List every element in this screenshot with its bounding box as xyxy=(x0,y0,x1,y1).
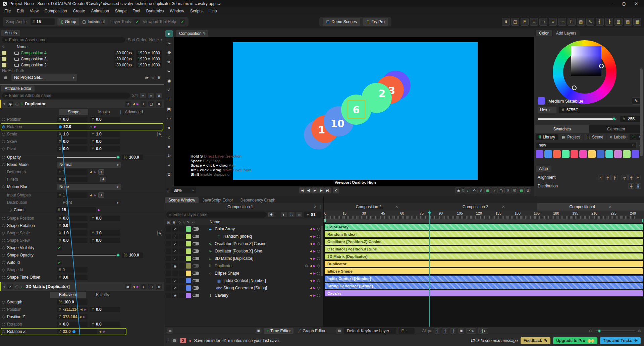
frame-icon[interactable]: F xyxy=(521,18,529,26)
menu-item[interactable]: Tool xyxy=(130,8,143,14)
zoom-in-icon[interactable]: ⊕ xyxy=(638,329,641,333)
layer-list-scrollbar[interactable] xyxy=(321,226,323,276)
frame-field[interactable]: F- xyxy=(398,328,415,334)
state-cell[interactable] xyxy=(172,271,178,276)
solo-cell[interactable] xyxy=(179,278,184,283)
stack-icon[interactable]: ≡ xyxy=(549,18,557,26)
state-cell[interactable]: ✓ xyxy=(172,234,178,239)
sort-order-dropdown[interactable]: None▾ xyxy=(149,38,162,42)
pen-icon[interactable]: ✎ xyxy=(586,18,594,26)
prev-keyframe-icon[interactable]: ◀ xyxy=(310,286,312,290)
solo-ring-icon[interactable] xyxy=(317,242,320,245)
align-left-button[interactable]: ┤ xyxy=(598,175,604,180)
direct-select-tool-icon[interactable]: ➢ xyxy=(165,40,173,47)
move-tool-icon[interactable]: ✥ xyxy=(165,49,173,56)
layer-toggle[interactable] xyxy=(193,235,199,238)
close-icon[interactable]: ✕ xyxy=(156,284,162,289)
auto-id-checkbox[interactable]: ✓ xyxy=(57,260,62,265)
solo-cell[interactable] xyxy=(179,226,184,232)
trail-icon[interactable]: ⇢ xyxy=(539,18,547,26)
collapse-icon[interactable]: ▾ xyxy=(3,284,5,289)
table-icon[interactable]: ▤ xyxy=(577,18,585,26)
state-cell[interactable]: ✓ xyxy=(172,278,178,283)
layer-color-swatch[interactable] xyxy=(186,285,191,291)
loop-button[interactable]: ⟲ xyxy=(333,187,339,193)
asset-row[interactable]: Composition 3 30.00fps 1920 x 1080 xyxy=(0,56,164,62)
more-chevrons-icon[interactable]: » xyxy=(491,187,498,193)
color-tab[interactable]: Color xyxy=(536,30,552,36)
close-icon[interactable]: ✕ xyxy=(502,205,505,209)
zoom-dropdown[interactable]: 38%▾ xyxy=(171,187,196,193)
hue-picker-handle[interactable] xyxy=(572,85,577,90)
add-filter-button[interactable]: + xyxy=(100,177,106,182)
color-swatch[interactable] xyxy=(614,150,622,158)
layer-row[interactable]: ✓ ≣ Color Array ◀ ▶ xyxy=(164,225,323,233)
keyframe-layer-field[interactable]: Default Keyframe Layer xyxy=(344,328,396,334)
keyframe-diamond-icon[interactable]: ◇ xyxy=(90,125,92,129)
distribute-vertical-button[interactable]: ╫ xyxy=(635,183,641,189)
checker-icon[interactable]: ▩ xyxy=(518,187,525,193)
clear-attr-icon[interactable]: ⊗ xyxy=(156,93,162,98)
go-to-start-button[interactable]: |◀ xyxy=(299,187,305,193)
hex-field[interactable]: #6755ff xyxy=(559,107,641,113)
attribute-search-input[interactable] xyxy=(9,93,128,98)
group-toggle[interactable]: ⣏Group xyxy=(57,18,79,25)
solo-cell[interactable] xyxy=(179,248,184,254)
visibility-eye-icon[interactable]: ◉ xyxy=(7,101,13,107)
timeline-track[interactable]: Color Array xyxy=(324,223,644,231)
time-editor-button[interactable]: ≡Time Editor xyxy=(264,328,293,334)
spacing-button[interactable]: ╫ ▸ xyxy=(478,328,488,334)
menu-item[interactable]: Composition xyxy=(42,8,70,14)
star-tool-icon[interactable]: ★ xyxy=(165,143,173,150)
switch-icon[interactable]: ⇄ xyxy=(125,101,131,107)
layer-row[interactable]: ◉ T Cavalry ◀ ▶ xyxy=(164,292,323,299)
timeline-composition-tab[interactable]: Composition 3✕ xyxy=(430,203,537,211)
layers-view-icon[interactable]: ⧉ xyxy=(504,187,511,193)
solo-cell[interactable] xyxy=(179,285,184,291)
close-icon[interactable]: ✕ xyxy=(314,205,317,209)
viewport-tool-help-checkbox[interactable]: ✓ xyxy=(180,19,185,24)
prev-keyframe-icon[interactable]: ◀ xyxy=(310,294,312,297)
prev-keyframe-icon[interactable]: ◀ xyxy=(310,242,312,245)
monitor-icon[interactable]: ▭ xyxy=(150,75,156,80)
layer-row[interactable]: ✓ ∿ Oscillator [Position.X] Sine ◀ ▶ xyxy=(164,247,323,255)
lock-icon[interactable]: ▣ xyxy=(167,220,170,224)
next-keyframe-icon[interactable]: ▶ xyxy=(313,272,316,275)
align-right-button[interactable]: ├ xyxy=(450,328,456,334)
add-layers-tab[interactable]: Add Layers xyxy=(553,30,580,36)
menu-item[interactable]: File xyxy=(1,8,14,14)
menu-item[interactable]: Create xyxy=(70,8,88,14)
layer-row[interactable]: ✓ ∷ Random [Index] ◀ ▶ xyxy=(164,233,323,240)
solo-ring-icon[interactable] xyxy=(317,272,320,275)
state-cell[interactable]: ◉ xyxy=(172,263,178,269)
motion-blur-dropdown[interactable]: None▾ xyxy=(57,184,121,190)
state-cell[interactable]: ◉ xyxy=(172,293,178,298)
viewport-settings-icon[interactable]: ⚙ xyxy=(525,187,531,193)
more-icon[interactable]: ⋯ xyxy=(558,18,566,26)
tips-tricks-button[interactable]: Tips and Tricks✈ xyxy=(600,337,641,344)
prev-keyframe-icon[interactable]: ◀ xyxy=(132,102,135,106)
messages-icon[interactable]: ▤ xyxy=(171,338,177,343)
sparkle-tool-icon[interactable]: ✧ xyxy=(165,162,173,169)
layer-color-swatch[interactable] xyxy=(186,248,191,254)
enabled-check-icon[interactable]: ✓ xyxy=(7,284,13,289)
hex-mode-dropdown[interactable]: Hex▾ xyxy=(538,107,556,113)
close-icon[interactable]: ✕ xyxy=(395,205,398,209)
layer-toggle[interactable] xyxy=(193,249,199,253)
generator-tab[interactable]: Generator xyxy=(589,125,644,133)
next-keyframe-icon[interactable]: ▶ xyxy=(313,279,316,282)
distribution-dropdown[interactable]: ·Point▾ xyxy=(57,199,121,206)
lock-cell[interactable] xyxy=(166,263,171,269)
solo-ring-icon[interactable] xyxy=(317,228,320,231)
toggle-icon[interactable]: ▭ xyxy=(167,328,173,334)
eyedropper-button[interactable]: ✎ xyxy=(632,97,641,105)
minimize-button[interactable]: ─ xyxy=(610,1,613,6)
link-xy-icon[interactable]: ⇅ xyxy=(157,131,162,137)
state-cell[interactable]: ✓ xyxy=(172,256,178,261)
prev-keyframe-icon[interactable]: ◀ xyxy=(310,272,312,275)
feedback-button[interactable]: Feedback✎ xyxy=(521,337,550,344)
state-cell[interactable]: ✓ xyxy=(172,248,178,254)
transform-tool-icon[interactable]: ▣ xyxy=(165,105,173,112)
color-swatch[interactable] xyxy=(544,150,552,158)
snap-angle-field[interactable]: # 15 xyxy=(31,18,55,25)
